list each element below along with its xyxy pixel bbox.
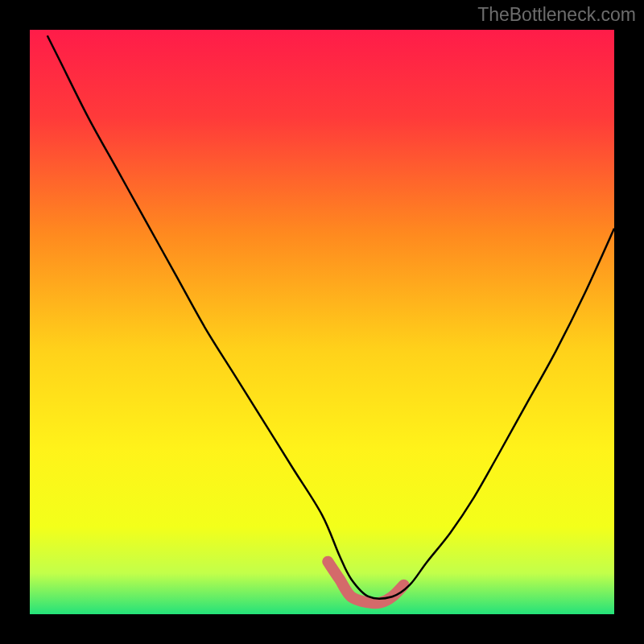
chart-plot-area [30, 30, 614, 614]
bottleneck-curve-path [47, 35, 614, 598]
watermark-text: TheBottleneck.com [477, 4, 636, 26]
chart-curve [30, 30, 614, 614]
